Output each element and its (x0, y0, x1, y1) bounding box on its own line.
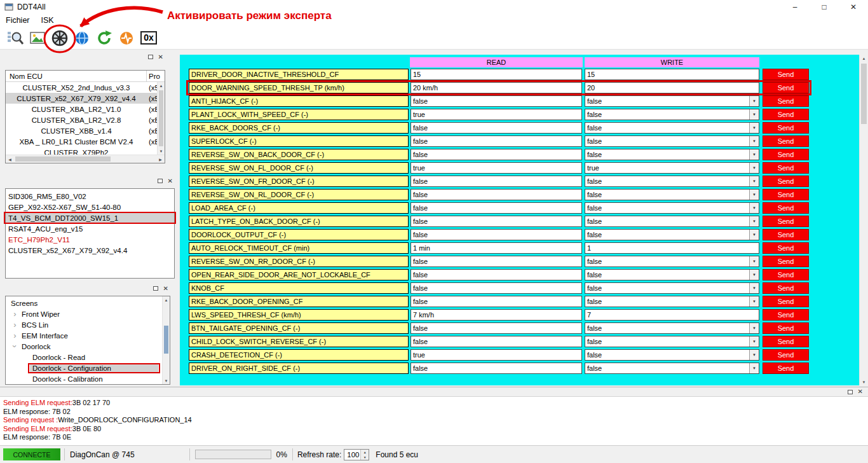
tree-item[interactable]: ›BCS Lin (6, 319, 170, 330)
screens-vertical-scrollbar[interactable]: ▲ ▼ (162, 296, 170, 384)
param-write-select[interactable]: false▼ (585, 229, 759, 240)
send-button[interactable]: Send (763, 82, 809, 93)
scrollbar-thumb[interactable] (159, 90, 163, 146)
send-button[interactable]: Send (763, 269, 809, 280)
spin-down-icon[interactable]: ▼ (361, 455, 369, 460)
tree-item[interactable]: Screens (6, 298, 170, 308)
file-list-item[interactable]: CLUSTER_x52_X67_X79_X92_v4.4 (6, 245, 174, 256)
param-write-select[interactable]: false▼ (585, 109, 759, 120)
tree-item[interactable]: Doorlock - Read (6, 352, 170, 363)
tree-item-label[interactable]: Front Wiper (19, 310, 62, 318)
dropdown-arrow-icon[interactable]: ▼ (749, 96, 759, 106)
send-button[interactable]: Send (763, 189, 809, 200)
expand-arrow-icon[interactable]: › (10, 342, 20, 350)
send-button[interactable]: Send (763, 149, 809, 160)
web-button[interactable] (72, 28, 92, 48)
dropdown-arrow-icon[interactable]: ▼ (749, 323, 759, 333)
menu-isk[interactable]: ISK (36, 16, 60, 25)
ecu-proto-header[interactable]: Pro (147, 73, 160, 80)
close-icon[interactable]: ✕ (163, 286, 168, 292)
ecu-list-item[interactable]: XBA _ LR0_LR1 Cluster BCM V2.4(xB (6, 136, 165, 147)
maximize-button[interactable]: □ (810, 0, 839, 14)
param-write-select[interactable]: false▼ (585, 256, 759, 267)
send-button[interactable]: Send (763, 242, 809, 254)
dropdown-arrow-icon[interactable]: ▼ (749, 176, 759, 186)
send-button[interactable]: Send (763, 296, 809, 307)
file-list-item[interactable]: RSAT4_ACU_eng_v15 (6, 223, 174, 234)
tree-item[interactable]: ›EEM Interface (6, 330, 170, 341)
refresh-button[interactable] (94, 28, 114, 48)
scroll-up-icon[interactable]: ▲ (163, 296, 170, 303)
tree-item-label[interactable]: Doorlock - Calibration (30, 375, 105, 383)
close-button[interactable]: ✕ (839, 0, 868, 14)
scrollbar-thumb[interactable] (861, 64, 867, 124)
scroll-up-icon[interactable]: ▲ (860, 55, 868, 62)
scroll-down-icon[interactable]: ▼ (158, 148, 165, 155)
send-button[interactable]: Send (763, 309, 809, 321)
send-button[interactable]: Send (763, 322, 809, 334)
scrollbar-thumb[interactable] (164, 326, 168, 354)
param-write-input[interactable]: 1 (585, 242, 759, 254)
tree-item-label[interactable]: Doorlock - Configuration (30, 364, 158, 372)
ecu-list-item[interactable]: CLUSTER_x52_X67_X79_X92_v4.4(x5 (6, 93, 165, 104)
param-write-select[interactable]: false▼ (585, 122, 759, 134)
float-icon[interactable] (153, 286, 158, 291)
ecu-list-item[interactable]: CLUSTER_XBA_LR2_V1.0(xB (6, 104, 165, 114)
param-write-select[interactable]: false▼ (585, 322, 759, 334)
screen-vertical-scrollbar[interactable]: ▲ ▼ (859, 55, 868, 385)
send-button[interactable]: Send (763, 216, 809, 227)
elm-plugin-button[interactable] (116, 28, 137, 48)
param-write-select[interactable]: false▼ (585, 149, 759, 160)
float-icon[interactable] (848, 390, 853, 394)
param-write-select[interactable]: false▼ (585, 95, 759, 107)
param-write-select[interactable]: true▼ (585, 162, 759, 174)
ecu-list-item[interactable]: CLUSTER_XBB_v1.4(xB (6, 125, 165, 136)
scrollbar-track[interactable] (14, 155, 156, 163)
send-button[interactable]: Send (763, 69, 809, 80)
ecu-vertical-scrollbar[interactable]: ▲ ▼ (157, 82, 165, 155)
tree-item[interactable]: ›Front Wiper (6, 308, 170, 319)
file-list-item[interactable]: GEP_X92-X52-X67_SW_51-40-80 (6, 202, 174, 212)
menu-fichier[interactable]: Fichier (0, 16, 36, 25)
dropdown-arrow-icon[interactable]: ▼ (749, 270, 759, 280)
file-list-item[interactable]: ETC_H79Ph2_V11 (6, 234, 174, 245)
send-button[interactable]: Send (763, 162, 809, 174)
param-write-input[interactable]: 15 (585, 69, 759, 80)
search-zoom-button[interactable] (5, 28, 25, 48)
param-write-select[interactable]: false▼ (585, 336, 759, 347)
dropdown-arrow-icon[interactable]: ▼ (749, 336, 759, 347)
hex-toggle-button[interactable]: 0x (139, 28, 159, 48)
param-write-select[interactable]: false▼ (585, 349, 759, 361)
file-list-item[interactable]: T4_VS_BCM_DDT2000_SW15_1 (6, 212, 174, 223)
dropdown-arrow-icon[interactable]: ▼ (749, 203, 759, 213)
dropdown-arrow-icon[interactable]: ▼ (749, 109, 759, 120)
param-write-input[interactable]: 7 (585, 309, 759, 321)
dropdown-arrow-icon[interactable]: ▼ (749, 230, 759, 240)
send-button[interactable]: Send (763, 336, 809, 347)
dropdown-arrow-icon[interactable]: ▼ (749, 256, 759, 266)
scroll-up-icon[interactable]: ▲ (158, 82, 165, 89)
refresh-rate-spinbox[interactable]: 100 ▲ ▼ (344, 449, 369, 460)
send-button[interactable]: Send (763, 109, 809, 120)
spin-up-icon[interactable]: ▲ (361, 450, 369, 455)
dropdown-arrow-icon[interactable]: ▼ (749, 163, 759, 173)
scrollbar-thumb[interactable] (15, 156, 111, 162)
scroll-down-icon[interactable]: ▼ (860, 378, 868, 385)
tree-item-label[interactable]: Doorlock - Read (30, 354, 88, 361)
close-icon[interactable]: ✕ (158, 54, 163, 60)
dropdown-arrow-icon[interactable]: ▼ (749, 216, 759, 226)
param-write-select[interactable]: false▼ (585, 135, 759, 147)
expert-mode-button[interactable] (50, 28, 70, 48)
send-button[interactable]: Send (763, 282, 809, 294)
expand-arrow-icon[interactable]: › (11, 331, 19, 340)
dropdown-arrow-icon[interactable]: ▼ (749, 136, 759, 146)
tree-item-label[interactable]: BCS Lin (19, 321, 51, 329)
dropdown-arrow-icon[interactable]: ▼ (749, 296, 759, 307)
tree-item-label[interactable]: Screens (8, 300, 40, 307)
tree-item-label[interactable]: EEM Interface (19, 332, 71, 340)
send-button[interactable]: Send (763, 95, 809, 107)
refresh-rate-value[interactable]: 100 (344, 450, 360, 460)
dropdown-arrow-icon[interactable]: ▼ (749, 350, 759, 360)
send-button[interactable]: Send (763, 202, 809, 214)
send-button[interactable]: Send (763, 363, 809, 374)
